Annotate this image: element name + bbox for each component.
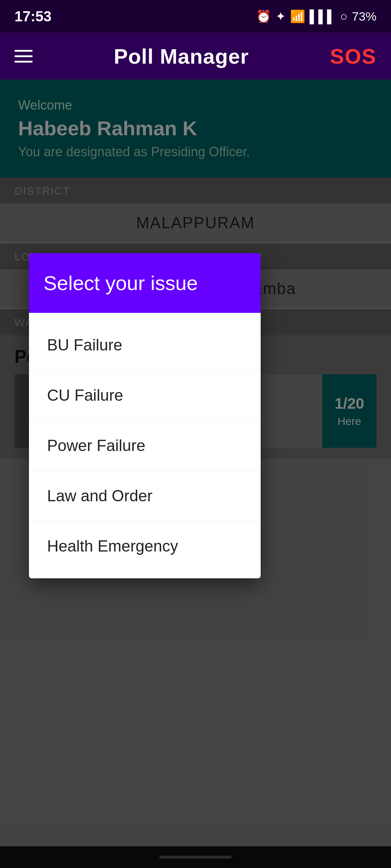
status-time: 17:53 xyxy=(14,8,51,25)
issue-item-power-failure[interactable]: Power Failure xyxy=(29,421,261,471)
hamburger-line-3 xyxy=(14,61,33,63)
hamburger-menu-button[interactable] xyxy=(14,50,33,63)
alarm-icon: ⏰ xyxy=(256,9,271,24)
issue-item-cu-failure[interactable]: CU Failure xyxy=(29,370,261,421)
issue-item-law-and-order[interactable]: Law and Order xyxy=(29,471,261,521)
app-title: Poll Manager xyxy=(114,44,249,68)
status-icons: ⏰ ✦ 📶 ▌▌▌ ○ 73% xyxy=(256,9,377,24)
issue-selection-modal: Select your issue BU Failure CU Failure … xyxy=(29,253,261,578)
hamburger-line-1 xyxy=(14,50,33,52)
modal-body: BU Failure CU Failure Power Failure Law … xyxy=(29,313,261,578)
sos-button[interactable]: SOS xyxy=(330,44,377,68)
main-content: Welcome Habeeb Rahman K You are designat… xyxy=(0,80,391,868)
issue-item-health-emergency[interactable]: Health Emergency xyxy=(29,521,261,571)
status-bar: 17:53 ⏰ ✦ 📶 ▌▌▌ ○ 73% xyxy=(0,0,391,33)
wifi-icon: 📶 xyxy=(290,9,305,24)
battery-icon: ○ xyxy=(340,9,348,24)
battery-percent: 73% xyxy=(352,9,377,24)
issue-item-bu-failure[interactable]: BU Failure xyxy=(29,320,261,370)
hamburger-line-2 xyxy=(14,55,33,57)
modal-title: Select your issue xyxy=(43,271,246,295)
signal-icon: ▌▌▌ xyxy=(310,9,336,24)
modal-header: Select your issue xyxy=(29,253,261,313)
app-header: Poll Manager SOS xyxy=(0,33,391,80)
bluetooth-icon: ✦ xyxy=(276,9,286,24)
